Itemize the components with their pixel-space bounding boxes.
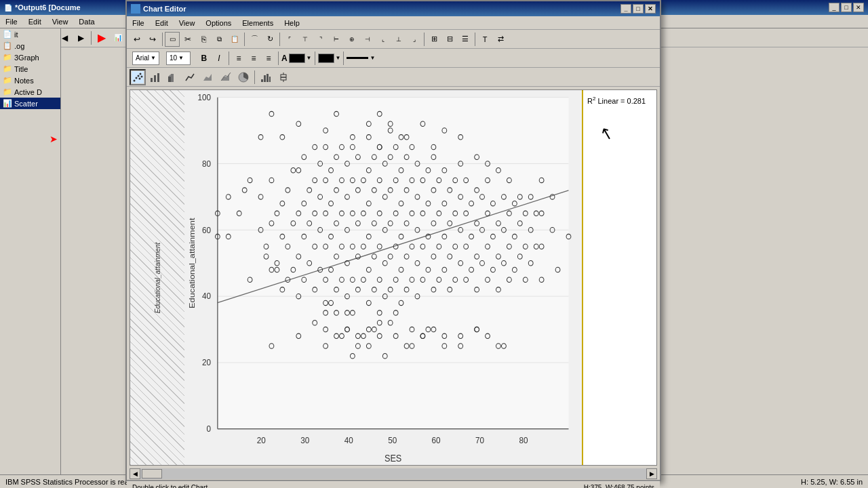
scroll-right-btn[interactable]: ▶ <box>646 468 657 479</box>
italic-btn[interactable]: I <box>212 52 226 65</box>
align-right-btn[interactable]: ⊣ <box>360 32 375 47</box>
svg-text:70: 70 <box>475 436 484 446</box>
redo-btn[interactable]: ↪ <box>145 32 160 47</box>
align-center-text-btn[interactable]: ≡ <box>247 52 260 65</box>
area3d-type-btn[interactable] <box>218 69 234 85</box>
fill-color-arrow[interactable]: ▼ <box>336 55 341 61</box>
chart-toolbar3 <box>127 68 660 87</box>
chart-menu-edit[interactable]: Edit <box>153 18 171 28</box>
font-size-dropdown[interactable]: 10 ▼ <box>166 52 191 65</box>
svg-marker-13 <box>203 74 212 81</box>
bold-btn[interactable]: B <box>197 52 211 65</box>
align-bottom-right-btn[interactable]: ⌟ <box>407 32 422 47</box>
sidebar-item-scatter[interactable]: 📊 Scatter <box>0 98 60 109</box>
svg-rect-12 <box>171 74 174 82</box>
r-squared-label: R2 Linear = 0.281 <box>587 96 646 105</box>
chart-editor-titlebar: Chart Editor _ □ ✕ <box>127 1 660 16</box>
bar-type-btn[interactable] <box>147 69 163 85</box>
grid-btn[interactable]: ⊞ <box>427 32 441 47</box>
scatter-type-btn[interactable] <box>130 69 146 85</box>
text-btn[interactable]: T <box>477 32 492 47</box>
paste-special-btn[interactable]: ⧉ <box>212 32 226 47</box>
spss-menu-edit[interactable]: Edit <box>26 17 44 26</box>
svg-text:50: 50 <box>388 436 397 446</box>
sep1 <box>162 33 163 46</box>
bar3d-type-btn[interactable] <box>165 69 181 85</box>
align-bottom-btn[interactable]: ⊥ <box>391 32 406 47</box>
cut-btn[interactable]: ✂ <box>180 32 195 47</box>
spss-menu-data[interactable]: Data <box>76 17 97 26</box>
align-left-text-btn[interactable]: ≡ <box>232 52 245 65</box>
area-type-btn[interactable] <box>200 69 216 85</box>
svg-text:0: 0 <box>207 424 212 434</box>
font-family-dropdown[interactable]: Arial ▼ <box>132 52 159 65</box>
align-bottom-left-btn[interactable]: ⌞ <box>376 32 391 47</box>
boxplot-type-btn[interactable] <box>275 69 292 85</box>
chart-menu-elements[interactable]: Elements <box>239 18 276 28</box>
chart-menu-help[interactable]: Help <box>281 18 302 28</box>
rotate-btn[interactable]: ↻ <box>262 32 277 47</box>
histogram-type-btn[interactable] <box>258 69 274 85</box>
align-top-right-btn[interactable]: ⌝ <box>313 32 328 47</box>
swap-axes-btn[interactable]: ⇄ <box>493 32 508 47</box>
chart-plot[interactable]: 0 20 40 60 80 100 20 30 40 50 60 70 80 <box>184 90 582 465</box>
scroll-left-btn[interactable]: ◀ <box>130 468 140 479</box>
sidebar-item-active[interactable]: 📁 Active D <box>0 86 60 98</box>
run-btn[interactable]: ▶ <box>94 30 109 45</box>
spss-menu-view[interactable]: View <box>50 17 71 26</box>
scroll-track-h[interactable] <box>140 468 646 479</box>
align-center-btn[interactable]: ⊕ <box>344 32 359 47</box>
align-top-left-btn[interactable]: ⌜ <box>282 32 297 47</box>
align-top-btn[interactable]: ⊤ <box>298 32 313 47</box>
spss-menu-file[interactable]: File <box>3 17 20 26</box>
legend-btn[interactable]: ☰ <box>458 32 473 47</box>
main-status-right: H: 5.25, W: 6.55 in <box>801 478 863 486</box>
chart-area: Educational_attainment <box>130 89 657 466</box>
chart-status-bar: Double click to edit Chart H:375, W:468.… <box>127 481 660 488</box>
align-left-btn[interactable]: ⊢ <box>329 32 344 47</box>
spss-extra1[interactable]: 📊 <box>111 30 125 45</box>
select-rect-btn[interactable]: ▭ <box>165 32 180 47</box>
curve-btn[interactable]: ⌒ <box>247 32 262 47</box>
pie-type-btn[interactable] <box>235 69 252 85</box>
active-icon: 📁 <box>3 87 12 96</box>
output-window: 📄 *Output6 [Docume _ □ ✕ File Edit View … <box>0 0 868 488</box>
it-icon: 📄 <box>3 30 12 39</box>
chart-menu-options[interactable]: Options <box>203 18 234 28</box>
chart-left-panel: Educational_attainment <box>130 90 184 465</box>
sidebar-item-notes[interactable]: 📁 Notes <box>0 75 60 86</box>
svg-text:40: 40 <box>344 436 353 446</box>
table-btn[interactable]: ⊟ <box>442 32 457 47</box>
sep3 <box>279 33 280 46</box>
sidebar-item-log[interactable]: 📋 .og <box>0 40 60 52</box>
align-right-text-btn[interactable]: ≡ <box>262 52 275 65</box>
fill-color-control: ▼ <box>318 54 341 63</box>
spss-close-btn[interactable]: ✕ <box>853 3 864 12</box>
font-color-arrow[interactable]: ▼ <box>307 55 312 61</box>
line-style-arrow[interactable]: ▼ <box>370 55 375 61</box>
paste-btn[interactable]: 📋 <box>227 32 242 47</box>
copy-btn[interactable]: ⎘ <box>196 32 211 47</box>
line-type-btn[interactable] <box>182 69 199 85</box>
chart-maximize-btn[interactable]: □ <box>633 4 644 14</box>
sidebar-item-graph[interactable]: 📁 3Graph <box>0 52 60 63</box>
spss-minimize-btn[interactable]: _ <box>829 3 840 12</box>
fill-color-swatch[interactable] <box>318 54 334 63</box>
sidebar-item-title[interactable]: 📁 Title <box>0 63 60 75</box>
scatter-icon: 📊 <box>3 99 12 108</box>
chart-close-btn[interactable]: ✕ <box>645 4 656 14</box>
forward-btn[interactable]: ▶ <box>73 30 88 45</box>
chart-menu-file[interactable]: File <box>130 18 147 28</box>
sep5 <box>475 33 475 46</box>
svg-rect-26 <box>218 98 569 429</box>
font-color-swatch[interactable] <box>289 54 305 63</box>
undo-btn[interactable]: ↩ <box>130 32 144 47</box>
svg-text:60: 60 <box>202 225 211 235</box>
chart-minimize-btn[interactable]: _ <box>620 4 631 14</box>
svg-rect-19 <box>267 74 269 82</box>
scroll-thumb-h[interactable] <box>142 469 162 479</box>
sidebar-item-it[interactable]: 📄 it <box>0 28 60 40</box>
svg-text:30: 30 <box>300 436 309 446</box>
chart-menu-view[interactable]: View <box>176 18 198 28</box>
spss-maximize-btn[interactable]: □ <box>841 3 852 12</box>
